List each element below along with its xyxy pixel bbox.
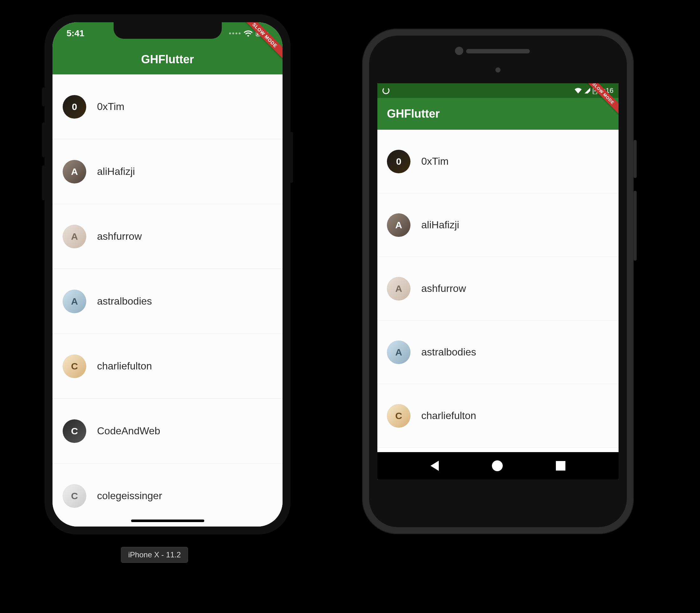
user-avatar: C [63, 354, 86, 378]
ios-status-time: 5:41 [66, 28, 84, 38]
pixel-device-frame: SLOW MODE 6:16 GHFlutter 00xTimAaliHa [362, 29, 634, 534]
ios-user-list[interactable]: 00xTimAaliHafizjiAashfurrowAastralbodies… [52, 74, 282, 526]
user-list-row[interactable]: 00xTim [52, 74, 282, 139]
user-list-row[interactable]: Ccharliefulton [52, 334, 282, 399]
user-avatar: C [63, 419, 86, 443]
iphone-notch [114, 22, 222, 39]
user-login-label: colegeissinger [97, 490, 162, 502]
user-login-label: astralbodies [97, 295, 152, 307]
wifi-icon [244, 30, 253, 37]
user-avatar: A [387, 340, 410, 364]
user-list-row[interactable]: Aastralbodies [52, 269, 282, 334]
iphone-x-device-frame: SLOW MODE 5:41 GHFlutter 00xTimAaliHafiz… [44, 14, 291, 534]
pixel-inner-bezel: SLOW MODE 6:16 GHFlutter 00xTimAaliHa [369, 36, 627, 527]
user-login-label: aliHafizji [97, 166, 135, 178]
user-list-row[interactable]: Aashfurrow [377, 257, 619, 321]
cellular-signal-icon [585, 88, 590, 93]
loading-spinner-icon [382, 87, 390, 94]
user-list-row[interactable]: Ccharliefulton [377, 384, 619, 448]
wifi-icon [574, 88, 582, 93]
android-status-bar: 6:16 [377, 83, 619, 98]
nav-recent-button[interactable] [556, 461, 565, 471]
user-login-label: charliefulton [97, 360, 152, 372]
user-avatar: A [63, 160, 86, 183]
user-avatar: A [387, 213, 410, 237]
user-avatar: C [387, 404, 410, 428]
user-login-label: ashfurrow [97, 231, 142, 242]
iphone-screen: SLOW MODE 5:41 GHFlutter 00xTimAaliHafiz… [52, 22, 282, 526]
user-list-row[interactable]: 00xTim [377, 130, 619, 193]
pixel-sensor [495, 67, 500, 73]
user-list-row[interactable]: AaliHafizji [52, 139, 282, 204]
user-avatar: 0 [63, 95, 86, 119]
user-login-label: CodeAndWeb [97, 425, 160, 437]
user-avatar: 0 [387, 150, 410, 173]
android-user-list[interactable]: 00xTimAaliHafizjiAashfurrowAastralbodies… [377, 130, 619, 448]
user-login-label: ashfurrow [421, 283, 466, 295]
pixel-screen: SLOW MODE 6:16 GHFlutter 00xTimAaliHa [377, 83, 619, 480]
user-login-label: 0xTim [421, 156, 449, 167]
nav-home-button[interactable] [492, 460, 503, 471]
ios-home-indicator[interactable] [131, 520, 204, 522]
pixel-speaker [466, 49, 530, 53]
user-list-row[interactable]: AaliHafizji [377, 193, 619, 257]
cellular-signal-icon [229, 32, 241, 34]
ios-simulator-caption: iPhone X - 11.2 [121, 547, 188, 563]
android-app-bar: GHFlutter [377, 98, 619, 130]
app-title: GHFlutter [141, 53, 194, 66]
user-list-row[interactable]: Aashfurrow [52, 204, 282, 269]
nav-back-button[interactable] [431, 461, 439, 471]
user-login-label: 0xTim [97, 101, 124, 113]
pixel-front-camera [455, 47, 463, 55]
user-list-row[interactable]: CCodeAndWeb [52, 399, 282, 464]
user-avatar: A [387, 277, 410, 300]
user-list-row[interactable]: Aastralbodies [377, 321, 619, 384]
user-login-label: astralbodies [421, 346, 476, 358]
user-avatar: C [63, 484, 86, 508]
user-avatar: A [63, 225, 86, 248]
ios-app-bar: GHFlutter [52, 44, 282, 74]
user-list-row[interactable]: Ccolegeissinger [52, 464, 282, 526]
user-login-label: aliHafizji [421, 219, 459, 231]
app-title: GHFlutter [387, 107, 440, 120]
user-avatar: A [63, 290, 86, 313]
user-login-label: charliefulton [421, 410, 476, 421]
android-nav-bar [377, 452, 619, 480]
